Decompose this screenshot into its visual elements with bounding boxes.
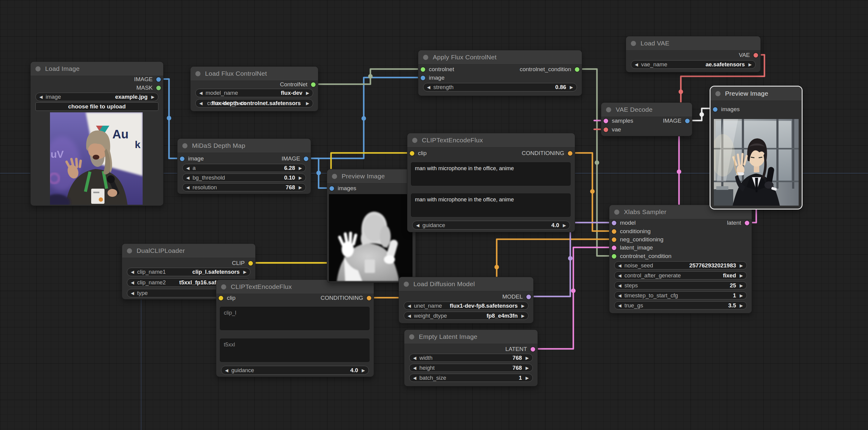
controlnet_path-widget[interactable]: ◀controlnet_pathflux-depth-controlnet.sa… — [195, 99, 313, 108]
node-preview-image-2[interactable]: Preview Imageimages — [710, 86, 803, 210]
images-port-dot[interactable] — [713, 107, 717, 112]
collapse-dot-icon[interactable] — [221, 284, 226, 289]
node-vae-decode[interactable]: VAE DecodesamplesvaeIMAGE — [601, 102, 692, 136]
decrement-arrow-icon[interactable]: ◀ — [618, 273, 621, 278]
guidance-widget[interactable]: ◀guidance4.0▶ — [412, 221, 570, 229]
clip_name1-widget[interactable]: ◀clip_name1clip_l.safetensors▶ — [127, 268, 250, 276]
increment-arrow-icon[interactable]: ▶ — [525, 366, 529, 370]
prompt-textarea[interactable]: clip_l — [220, 307, 370, 330]
image-widget[interactable]: ◀imageexample.jpg▶ — [35, 93, 158, 101]
node-clip-text-encode-flux-2[interactable]: CLIPTextEncodeFluxclipCONDITIONINGclip_l… — [216, 279, 374, 377]
node-titlebar[interactable]: DualCLIPLoader — [122, 244, 255, 258]
increment-arrow-icon[interactable]: ▶ — [563, 223, 566, 228]
CLIP-port-dot[interactable] — [248, 261, 253, 266]
increment-arrow-icon[interactable]: ▶ — [306, 91, 309, 95]
true_gs-widget[interactable]: ◀true_gs3.5▶ — [614, 301, 747, 309]
width-widget[interactable]: ◀width768▶ — [409, 354, 533, 362]
decrement-arrow-icon[interactable]: ◀ — [186, 166, 190, 171]
node-titlebar[interactable]: Preview Image — [327, 169, 415, 184]
bg_threshold-widget[interactable]: ◀bg_threshold0.10▶ — [182, 174, 306, 182]
node-xlabs-sampler[interactable]: Xlabs Samplermodelconditioningneg_condit… — [609, 205, 752, 313]
controlnet_condition-port-dot[interactable] — [575, 67, 579, 72]
decrement-arrow-icon[interactable]: ◀ — [408, 313, 411, 318]
node-titlebar[interactable]: Load VAE — [626, 36, 761, 51]
collapse-dot-icon[interactable] — [423, 55, 428, 60]
prompt-textarea[interactable]: t5xxl — [220, 339, 370, 362]
decrement-arrow-icon[interactable]: ◀ — [413, 375, 416, 380]
node-preview-image-1[interactable]: Preview Imageimages — [327, 169, 416, 283]
decrement-arrow-icon[interactable]: ◀ — [199, 91, 203, 95]
increment-arrow-icon[interactable]: ▶ — [521, 303, 525, 308]
decrement-arrow-icon[interactable]: ◀ — [618, 263, 621, 268]
decrement-arrow-icon[interactable]: ◀ — [413, 356, 416, 360]
node-titlebar[interactable]: Empty Latent Image — [404, 330, 537, 344]
node-empty-latent-image[interactable]: Empty Latent ImageLATENT◀width768▶◀heigh… — [404, 330, 538, 387]
strength-widget[interactable]: ◀strength0.86▶ — [423, 83, 577, 91]
decrement-arrow-icon[interactable]: ◀ — [618, 293, 621, 298]
collapse-dot-icon[interactable] — [195, 71, 200, 76]
node-titlebar[interactable]: Load Image — [31, 62, 163, 76]
vae-port-dot[interactable] — [603, 127, 608, 132]
timestep_to_start_cfg-widget[interactable]: ◀timestep_to_start_cfg1▶ — [614, 291, 747, 300]
collapse-dot-icon[interactable] — [182, 143, 187, 148]
MODEL-port-dot[interactable] — [526, 295, 531, 299]
height-widget[interactable]: ◀height768▶ — [409, 364, 533, 372]
model_name-widget[interactable]: ◀model_nameflux-dev▶ — [195, 89, 313, 97]
decrement-arrow-icon[interactable]: ◀ — [186, 175, 190, 180]
node-load-diffusion-model[interactable]: Load Diffusion ModelMODEL◀unet_nameflux1… — [399, 277, 534, 324]
decrement-arrow-icon[interactable]: ◀ — [199, 101, 203, 106]
latent_image-port-dot[interactable] — [612, 246, 616, 250]
increment-arrow-icon[interactable]: ▶ — [570, 85, 573, 90]
increment-arrow-icon[interactable]: ▶ — [306, 101, 309, 106]
decrement-arrow-icon[interactable]: ◀ — [618, 283, 621, 288]
decrement-arrow-icon[interactable]: ◀ — [618, 303, 621, 308]
increment-arrow-icon[interactable]: ▶ — [748, 62, 752, 67]
node-titlebar[interactable]: Load Diffusion Model — [399, 277, 533, 291]
decrement-arrow-icon[interactable]: ◀ — [408, 303, 411, 308]
decrement-arrow-icon[interactable]: ◀ — [131, 291, 134, 296]
increment-arrow-icon[interactable]: ▶ — [740, 273, 743, 278]
collapse-dot-icon[interactable] — [412, 138, 417, 143]
decrement-arrow-icon[interactable]: ◀ — [635, 62, 638, 67]
LATENT-port-dot[interactable] — [531, 347, 535, 351]
choose-file-to-upload-button[interactable]: choose file to upload — [35, 102, 158, 111]
collapse-dot-icon[interactable] — [127, 248, 132, 253]
node-titlebar[interactable]: Load Flux ControlNet — [190, 67, 318, 81]
latent-port-dot[interactable] — [745, 221, 749, 225]
ControlNet-port-dot[interactable] — [311, 82, 316, 87]
model-port-dot[interactable] — [612, 221, 616, 225]
decrement-arrow-icon[interactable]: ◀ — [131, 270, 134, 274]
collapse-dot-icon[interactable] — [614, 210, 619, 215]
increment-arrow-icon[interactable]: ▶ — [299, 166, 302, 171]
image-port-dot[interactable] — [421, 76, 425, 80]
decrement-arrow-icon[interactable]: ◀ — [225, 368, 228, 373]
collapse-dot-icon[interactable] — [631, 41, 636, 46]
decrement-arrow-icon[interactable]: ◀ — [413, 366, 416, 370]
node-load-image[interactable]: Load ImageIMAGEMASK◀imageexample.jpg▶cho… — [30, 61, 163, 206]
node-titlebar[interactable]: Preview Image — [711, 87, 802, 101]
node-titlebar[interactable]: MiDaS Depth Map — [178, 139, 311, 153]
graph-canvas[interactable]: Load ImageIMAGEMASK◀imageexample.jpg▶cho… — [0, 0, 868, 430]
collapse-dot-icon[interactable] — [409, 334, 414, 339]
a-widget[interactable]: ◀a6.28▶ — [182, 164, 306, 172]
vae_name-widget[interactable]: ◀vae_nameae.safetensors▶ — [631, 60, 756, 69]
increment-arrow-icon[interactable]: ▶ — [151, 94, 154, 99]
increment-arrow-icon[interactable]: ▶ — [740, 283, 743, 288]
increment-arrow-icon[interactable]: ▶ — [299, 185, 302, 190]
images-port-dot[interactable] — [330, 186, 334, 191]
steps-widget[interactable]: ◀steps25▶ — [614, 281, 747, 289]
conditioning-port-dot[interactable] — [612, 229, 616, 234]
guidance-widget[interactable]: ◀guidance4.0▶ — [221, 366, 369, 375]
increment-arrow-icon[interactable]: ▶ — [740, 303, 743, 308]
VAE-port-dot[interactable] — [753, 53, 758, 58]
collapse-dot-icon[interactable] — [404, 282, 409, 287]
prompt-textarea[interactable]: man with microphone in the office, anime — [411, 162, 570, 186]
collapse-dot-icon[interactable] — [606, 107, 611, 112]
noise_seed-widget[interactable]: ◀noise_seed257762932021983▶ — [614, 261, 747, 270]
node-titlebar[interactable]: Apply Flux ControlNet — [418, 50, 582, 64]
collapse-dot-icon[interactable] — [332, 174, 337, 179]
increment-arrow-icon[interactable]: ▶ — [362, 368, 365, 373]
increment-arrow-icon[interactable]: ▶ — [525, 356, 529, 360]
clip-port-dot[interactable] — [219, 296, 223, 300]
controlnet-port-dot[interactable] — [421, 67, 425, 72]
